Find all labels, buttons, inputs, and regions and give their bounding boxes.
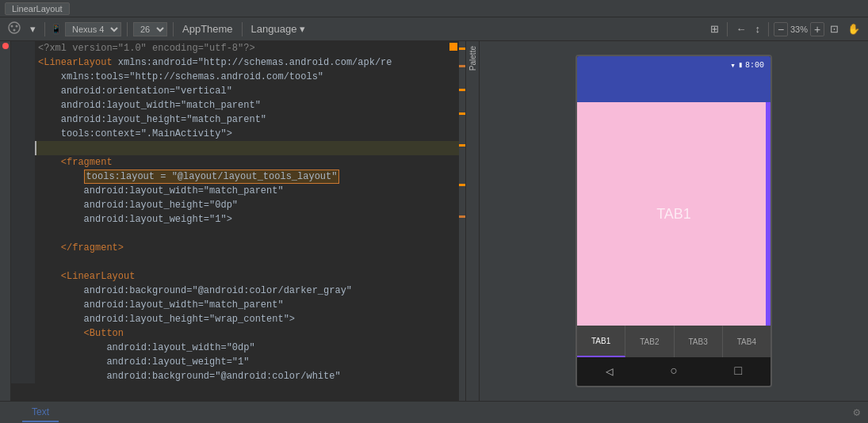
scroll-mark — [459, 184, 465, 186]
code-line: android:layout_weight="1" — [11, 355, 459, 369]
scroll-mark — [459, 112, 465, 115]
ide-tab-design[interactable] — [3, 409, 22, 417]
scroll-mark — [459, 48, 465, 50]
device-app-bar — [577, 74, 770, 102]
code-line: tools:context=".MainActivity"> — [11, 127, 459, 141]
device-tab-4[interactable]: TAB4 — [723, 326, 770, 357]
zoom-in-btn[interactable]: + — [810, 22, 824, 36]
nav-back-btn[interactable]: ◁ — [606, 364, 614, 379]
warning-marker — [449, 43, 457, 51]
device-tab-3[interactable]: TAB3 — [675, 326, 723, 357]
code-line: android:background="@android:color/darke… — [11, 284, 459, 298]
wifi-icon: ▾ — [730, 60, 736, 70]
gutter-marker — [2, 43, 9, 49]
breadcrumb-bar: LinearLayout — [0, 0, 868, 17]
device-nav-bar: ◁ ○ □ — [577, 357, 770, 386]
svg-point-2 — [16, 25, 18, 28]
code-line: android:layout_width="match_parent" — [11, 184, 459, 198]
zoom-controls: ⊞ ← ↕ − 33% + ⊡ ✋ — [707, 21, 863, 36]
code-line — [11, 227, 459, 241]
code-editor[interactable]: <?xml version="1.0" encoding="utf-8"?> <… — [11, 41, 459, 401]
top-toolbar: ▾ 📱 Nexus 4 26 AppTheme Language ▾ ⊞ ← ↕… — [0, 17, 868, 41]
scroll-mark — [459, 144, 465, 147]
device-content: TAB1 — [577, 102, 770, 326]
device-select[interactable]: Nexus 4 — [65, 22, 121, 36]
ide-bottom-bar: Text ⚙ — [0, 401, 868, 423]
api-select[interactable]: 26 — [133, 22, 167, 36]
code-line: <?xml version="1.0" encoding="utf-8"?> — [11, 41, 459, 55]
sep3 — [173, 22, 174, 36]
code-line: </fragment> — [11, 241, 459, 255]
cursor-btn[interactable]: ▾ — [27, 21, 39, 36]
prev-btn[interactable]: ← — [732, 21, 749, 36]
code-line: android:layout_height="match_parent" — [11, 112, 459, 127]
nav-recent-btn[interactable]: □ — [735, 364, 743, 379]
sep1 — [44, 22, 45, 36]
code-line: android:layout_height="wrap_content"> — [11, 312, 459, 326]
scroll-indicators — [459, 41, 465, 401]
palette-label: Palette — [468, 46, 477, 70]
svg-point-3 — [13, 29, 16, 32]
code-line: android:layout_width="match_parent" — [11, 98, 459, 112]
theme-btn[interactable]: AppTheme — [179, 21, 236, 36]
sep2 — [127, 22, 128, 36]
code-line-cursor — [11, 141, 459, 155]
code-line: <LinearLayout xmlns:android="http://sche… — [11, 55, 459, 70]
code-line: <fragment — [11, 155, 459, 170]
code-line-highlight: tools:layout = "@layout/layout_tools_lay… — [11, 170, 459, 184]
code-line: android:background="@android:color/white… — [11, 369, 459, 383]
next-btn[interactable]: ↕ — [751, 21, 763, 36]
zoom-level: 33% — [790, 25, 808, 34]
preview-area: ▾ ▮ 8:00 TAB1 TAB1 TAB2 TAB3 — [480, 41, 868, 401]
settings-gear-icon[interactable]: ⚙ — [849, 406, 865, 419]
device-tab-2[interactable]: TAB2 — [625, 326, 674, 357]
time-display: 8:00 — [745, 61, 764, 70]
fit-screen-btn[interactable]: ⊡ — [827, 21, 842, 36]
main-area: <?xml version="1.0" encoding="utf-8"?> <… — [0, 41, 868, 401]
scroll-mark — [459, 215, 465, 218]
device-tab-bar: TAB1 TAB2 TAB3 TAB4 — [577, 326, 770, 357]
sep4 — [242, 22, 243, 36]
battery-icon: ▮ — [738, 60, 743, 70]
language-btn[interactable]: Language ▾ — [248, 21, 308, 36]
panel-toggle-btn[interactable]: ⊞ — [707, 21, 722, 36]
code-line: android:layout_weight="1"> — [11, 212, 459, 227]
svg-point-1 — [11, 25, 13, 28]
zoom-out-btn[interactable]: − — [774, 22, 788, 36]
svg-point-0 — [9, 22, 20, 33]
nav-home-btn[interactable]: ○ — [670, 364, 678, 379]
content-tab-label: TAB1 — [656, 206, 691, 223]
sep5 — [727, 22, 728, 36]
code-line: <LinearLayout — [11, 269, 459, 284]
code-line: <Button — [11, 326, 459, 341]
code-line: android:orientation="vertical" — [11, 84, 459, 98]
sep6 — [768, 22, 769, 36]
ide-tab-text[interactable]: Text — [22, 403, 59, 422]
device-icon: 📱 — [51, 24, 62, 34]
device-tab-1[interactable]: TAB1 — [577, 326, 625, 357]
code-line: android:layout_height="0dp" — [11, 198, 459, 212]
status-icons: ▾ ▮ 8:00 — [730, 60, 764, 70]
palette-btn[interactable] — [5, 20, 24, 38]
hand-tool-btn[interactable]: ✋ — [844, 21, 863, 36]
android-device: ▾ ▮ 8:00 TAB1 TAB1 TAB2 TAB3 — [575, 55, 772, 387]
code-line: android:layout_width="0dp" — [11, 341, 459, 355]
scroll-mark — [459, 89, 465, 91]
palette-sidebar: Palette — [465, 41, 480, 401]
code-line: android:layout_width="match_parent" — [11, 298, 459, 312]
device-status-bar: ▾ ▮ 8:00 — [577, 56, 770, 74]
left-gutter — [0, 41, 11, 401]
breadcrumb-item[interactable]: LinearLayout — [5, 2, 70, 15]
code-line: xmlns:tools="http://schemas.android.com/… — [11, 70, 459, 84]
scroll-mark — [459, 65, 465, 67]
code-line — [11, 255, 459, 269]
